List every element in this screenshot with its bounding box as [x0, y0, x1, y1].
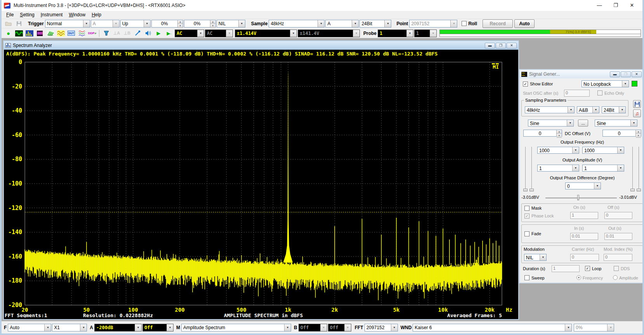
play-loop-icon[interactable]: ▶◦: [164, 29, 174, 37]
waveform-library-button[interactable]: ♫: [633, 109, 641, 117]
signal-generator-titlebar[interactable]: Signal Gener... ▬ ❐ ✕: [520, 70, 643, 78]
trigger-hpf-select[interactable]: NIL▼: [217, 20, 245, 28]
phase-slider-track[interactable]: [545, 198, 617, 198]
drop-arrow-icon[interactable]: ▼: [622, 81, 628, 87]
more-waveform-button[interactable]: ...: [578, 120, 588, 127]
save-waveform-button[interactable]: [633, 100, 641, 108]
amplitude-b-select[interactable]: 1▼: [582, 165, 624, 172]
waveform-b-select[interactable]: Sine▼: [595, 120, 637, 127]
sample-rate-select[interactable]: 48kHz▼: [269, 20, 325, 28]
generator-run-indicator[interactable]: [632, 81, 637, 87]
spectrum-analyzer-icon[interactable]: [24, 29, 34, 37]
loopback-select[interactable]: No Loopback▼: [582, 80, 629, 87]
maximize-icon[interactable]: ❐: [608, 1, 624, 10]
sg-maximize-icon[interactable]: ❐: [621, 71, 631, 77]
menu-setting[interactable]: Setting: [17, 11, 37, 18]
sweep-checkbox[interactable]: [524, 275, 529, 280]
sampling-channel-select[interactable]: A▼: [325, 20, 359, 28]
drop-arrow-icon[interactable]: ▼: [406, 30, 413, 37]
menu-help[interactable]: Help: [89, 11, 104, 18]
sound-output-icon[interactable]: [143, 29, 153, 37]
drop-arrow-icon[interactable]: ▼: [167, 324, 173, 331]
amplitude-slider-right-1[interactable]: [639, 147, 639, 190]
sg-channels-select[interactable]: A&B▼: [577, 106, 599, 113]
auto-button[interactable]: Auto: [514, 19, 535, 28]
dual-trace-icon[interactable]: [56, 29, 66, 37]
menu-instrument[interactable]: Instrument: [38, 11, 66, 18]
sg-sample-rate-select[interactable]: 48kHz▼: [525, 106, 575, 113]
derived-waves-icon[interactable]: [77, 29, 87, 37]
mask-checkbox[interactable]: [524, 206, 529, 211]
menu-file[interactable]: File: [3, 11, 17, 18]
trigger-delay-spinner[interactable]: 0%▲▼: [184, 20, 216, 28]
drop-arrow-icon[interactable]: ▼: [617, 147, 624, 153]
play-icon[interactable]: ▶: [154, 29, 163, 37]
display-range-a-select[interactable]: -200dB▼: [94, 324, 142, 332]
fade-checkbox[interactable]: [524, 231, 529, 236]
probe-calibration-icon[interactable]: [133, 29, 142, 37]
modulation-select[interactable]: NIL▼: [524, 254, 547, 261]
child-minimize-icon[interactable]: ▬: [485, 43, 495, 49]
slider-thumb[interactable]: [529, 189, 534, 191]
spectrum-analyzer-titlebar[interactable]: Spectrum Analyzer ▬ ❐ ✕: [4, 41, 518, 50]
spinner-arrows-icon[interactable]: ▲▼: [635, 130, 641, 136]
drop-arrow-icon[interactable]: ▼: [594, 183, 601, 189]
coupling-a-select[interactable]: AC▼: [175, 30, 204, 37]
dc-offset-a-spinner[interactable]: 0▲▼: [523, 130, 562, 137]
multimeter-icon[interactable]: 888: [35, 29, 45, 37]
frequency-b-select[interactable]: 1000▼: [582, 147, 624, 154]
minimize-icon[interactable]: —: [591, 1, 608, 10]
frequency-a-select[interactable]: 1000▼: [537, 147, 579, 154]
amplitude-a-select[interactable]: 1▼: [537, 165, 579, 172]
dut-icon[interactable]: DUT: [66, 29, 76, 37]
close-icon[interactable]: ✕: [624, 1, 640, 10]
drop-arrow-icon[interactable]: ▼: [44, 324, 51, 331]
roll-checkbox-box[interactable]: [462, 21, 467, 26]
slider-thumb[interactable]: [630, 189, 635, 191]
drop-arrow-icon[interactable]: ▼: [619, 107, 625, 113]
frequency-axis-select[interactable]: Auto▼: [8, 324, 51, 332]
drop-arrow-icon[interactable]: ▼: [318, 20, 324, 27]
child-maximize-icon[interactable]: ❐: [496, 43, 506, 49]
drop-arrow-icon[interactable]: ▼: [572, 165, 579, 171]
drop-arrow-icon[interactable]: ▼: [391, 324, 398, 331]
bit-depth-select[interactable]: 24Bit▼: [359, 20, 391, 28]
trigger-level-spinner[interactable]: 0%▲▼: [151, 20, 183, 28]
spinner-arrows-icon[interactable]: ▲▼: [210, 20, 215, 27]
drop-arrow-icon[interactable]: ▼: [80, 324, 87, 331]
drop-arrow-icon[interactable]: ▼: [540, 254, 546, 260]
fft-size-select[interactable]: 2097152▼: [365, 324, 398, 332]
drop-arrow-icon[interactable]: ▼: [565, 324, 571, 331]
input-filter-icon[interactable]: [101, 29, 111, 37]
drop-arrow-icon[interactable]: ▼: [630, 120, 637, 126]
run-icon[interactable]: ●: [3, 29, 13, 37]
spinner-arrows-icon[interactable]: ▲▼: [177, 20, 183, 27]
drop-arrow-icon[interactable]: ▼: [135, 324, 141, 331]
drop-arrow-icon[interactable]: ▼: [144, 20, 150, 27]
analysis-mode-select[interactable]: Amplitude Spectrum▼: [181, 324, 291, 332]
show-editor-checkbox[interactable]: ✓: [523, 82, 528, 87]
slider-thumb[interactable]: [637, 189, 641, 191]
drop-arrow-icon[interactable]: ▼: [352, 20, 358, 27]
waveform-a-select[interactable]: Sine▼: [528, 120, 574, 127]
drop-arrow-icon[interactable]: ▼: [284, 324, 291, 331]
child-close-icon[interactable]: ✕: [507, 43, 517, 49]
drop-arrow-icon[interactable]: ▼: [572, 147, 579, 153]
drop-arrow-icon[interactable]: ▼: [83, 20, 90, 27]
trigger-mode-select[interactable]: Normal▼: [45, 20, 90, 28]
spectrum-3d-plot-icon[interactable]: [45, 29, 55, 37]
roll-checkbox[interactable]: Roll: [462, 21, 477, 26]
amplitude-slider-left-1[interactable]: [531, 147, 532, 190]
persistence-a-select[interactable]: Off▼: [142, 324, 174, 332]
loop-checkbox[interactable]: ✓: [585, 266, 590, 271]
drop-arrow-icon[interactable]: ▼: [197, 30, 204, 37]
sg-close-icon[interactable]: ✕: [632, 71, 642, 77]
sg-minimize-icon[interactable]: ▬: [610, 71, 620, 77]
amplitude-slider-left-0[interactable]: [525, 147, 526, 190]
sg-bits-select[interactable]: 24Bit▼: [602, 106, 626, 113]
phase-slider-thumb[interactable]: [577, 195, 579, 200]
drop-arrow-icon[interactable]: ▼: [568, 107, 574, 113]
oscilloscope-icon[interactable]: [14, 29, 24, 37]
drop-arrow-icon[interactable]: ▼: [238, 20, 245, 27]
drop-arrow-icon[interactable]: ▼: [567, 120, 573, 126]
